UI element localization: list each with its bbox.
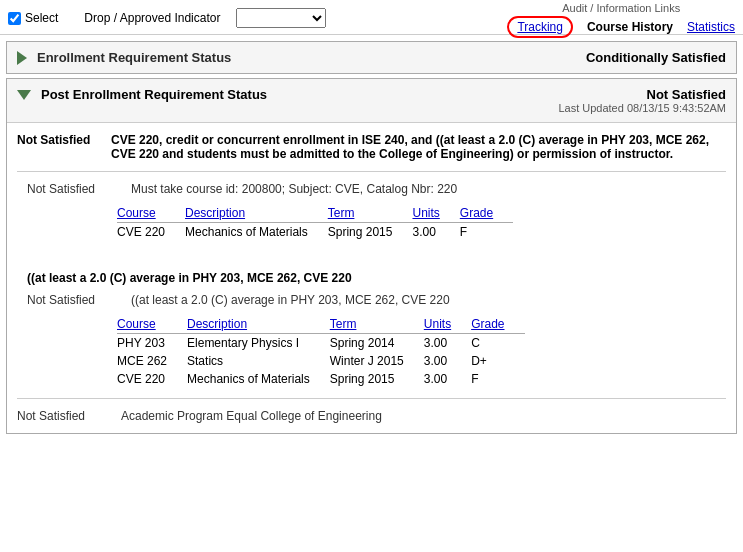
- course-table-2: Course Description Term Units Grade PHY …: [117, 315, 525, 388]
- post-enrollment-title: Post Enrollment Requirement Status: [41, 87, 267, 102]
- detail-ns-row-2: Not Satisfied ((at least a 2.0 (C) avera…: [27, 293, 726, 307]
- at-least-header: ((at least a 2.0 (C) average in PHY 203,…: [27, 271, 726, 285]
- col-header-course-1: Course: [117, 204, 185, 223]
- detail-ns-label-1: Not Satisfied: [27, 182, 117, 196]
- last-updated-value: 08/13/15 9:43:52AM: [627, 102, 726, 114]
- enrollment-status-row: Enrollment Requirement Status Conditiona…: [6, 41, 737, 74]
- cell-term: Spring 2015: [328, 223, 413, 242]
- drop-indicator-label: Drop / Approved Indicator: [84, 11, 220, 25]
- course-table-1: Course Description Term Units Grade CVE …: [117, 204, 513, 241]
- cell-units: 3.00: [424, 352, 471, 370]
- collapse-icon[interactable]: [17, 90, 31, 100]
- select-label: Select: [25, 11, 58, 25]
- col-header-units-2: Units: [424, 315, 471, 334]
- post-enrollment-header: Post Enrollment Requirement Status Not S…: [7, 79, 736, 123]
- last-updated: Last Updated 08/13/15 9:43:52AM: [558, 102, 726, 114]
- enrollment-status-label: Enrollment Requirement Status: [37, 50, 231, 65]
- select-checkbox[interactable]: [8, 12, 21, 25]
- table-row: CVE 220 Mechanics of Materials Spring 20…: [117, 223, 513, 242]
- detail-ns-row-1: Not Satisfied Must take course id: 20080…: [27, 182, 726, 196]
- col-header-grade-2: Grade: [471, 315, 524, 334]
- cell-grade: D+: [471, 352, 524, 370]
- cell-desc: Elementary Physics I: [187, 334, 330, 353]
- cell-course: CVE 220: [117, 223, 185, 242]
- detail-ns-text-2: ((at least a 2.0 (C) average in PHY 203,…: [131, 293, 450, 307]
- col-header-desc-2: Description: [187, 315, 330, 334]
- detail-section-2: Not Satisfied ((at least a 2.0 (C) avera…: [27, 293, 726, 388]
- enrollment-status-value: Conditionally Satisfied: [586, 50, 726, 65]
- cell-course: PHY 203: [117, 334, 187, 353]
- col-header-term-1: Term: [328, 204, 413, 223]
- audit-links-title: Audit / Information Links: [507, 2, 735, 14]
- col-header-grade-1: Grade: [460, 204, 513, 223]
- detail-ns-label-2: Not Satisfied: [27, 293, 117, 307]
- col-header-units-1: Units: [412, 204, 459, 223]
- audit-links: Audit / Information Links Tracking Cours…: [507, 2, 735, 38]
- top-bar-left: Select Drop / Approved Indicator Drop Ap…: [8, 8, 326, 28]
- table-row: PHY 203 Elementary Physics I Spring 2014…: [117, 334, 525, 353]
- cell-desc: Mechanics of Materials: [187, 370, 330, 388]
- last-updated-label: Last Updated: [558, 102, 623, 114]
- cell-units: 3.00: [424, 370, 471, 388]
- select-checkbox-group[interactable]: Select: [8, 11, 58, 25]
- cell-grade: C: [471, 334, 524, 353]
- detail-ns-text-1: Must take course id: 200800; Subject: CV…: [131, 182, 457, 196]
- cell-course: CVE 220: [117, 370, 187, 388]
- cell-desc: Mechanics of Materials: [185, 223, 328, 242]
- tracking-link[interactable]: Tracking: [507, 16, 573, 38]
- top-bar: Select Drop / Approved Indicator Drop Ap…: [0, 0, 743, 35]
- bottom-ns-row: Not Satisfied Academic Program Equal Col…: [17, 398, 726, 423]
- cell-units: 3.00: [412, 223, 459, 242]
- top-ns-label: Not Satisfied: [17, 133, 97, 161]
- audit-links-items: Tracking Course History Statistics: [507, 16, 735, 38]
- divider-1: [17, 171, 726, 172]
- cell-desc: Statics: [187, 352, 330, 370]
- col-header-course-2: Course: [117, 315, 187, 334]
- statistics-link[interactable]: Statistics: [687, 20, 735, 34]
- col-header-term-2: Term: [330, 315, 424, 334]
- cell-term: Spring 2015: [330, 370, 424, 388]
- expand-icon[interactable]: [17, 51, 27, 65]
- cell-term: Winter J 2015: [330, 352, 424, 370]
- table-row: MCE 262 Statics Winter J 2015 3.00 D+: [117, 352, 525, 370]
- cell-units: 3.00: [424, 334, 471, 353]
- drop-approved-select[interactable]: Drop Approved: [236, 8, 326, 28]
- cell-grade: F: [471, 370, 524, 388]
- cell-term: Spring 2014: [330, 334, 424, 353]
- detail-section-1: Not Satisfied Must take course id: 20080…: [27, 182, 726, 241]
- bottom-ns-label: Not Satisfied: [17, 409, 107, 423]
- top-ns-text: CVE 220, credit or concurrent enrollment…: [111, 133, 726, 161]
- post-enrollment-status: Not Satisfied: [558, 87, 726, 102]
- col-header-desc-1: Description: [185, 204, 328, 223]
- cell-course: MCE 262: [117, 352, 187, 370]
- top-ns-row: Not Satisfied CVE 220, credit or concurr…: [17, 133, 726, 161]
- course-history-link: Course History: [587, 20, 673, 34]
- bottom-ns-text: Academic Program Equal College of Engine…: [121, 409, 382, 423]
- post-enrollment-section: Post Enrollment Requirement Status Not S…: [6, 78, 737, 434]
- post-enrollment-body: Not Satisfied CVE 220, credit or concurr…: [7, 123, 736, 433]
- post-enrollment-right: Not Satisfied Last Updated 08/13/15 9:43…: [558, 87, 726, 114]
- table-row: CVE 220 Mechanics of Materials Spring 20…: [117, 370, 525, 388]
- cell-grade: F: [460, 223, 513, 242]
